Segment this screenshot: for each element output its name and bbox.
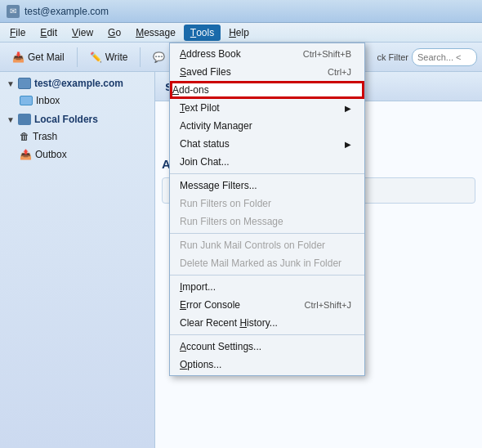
chat-status-label: Chat status — [180, 138, 230, 150]
menu-run-filters-folder: Run Filters on Folder — [170, 195, 364, 213]
local-folders-icon — [18, 114, 31, 125]
chat-icon: 💬 — [153, 52, 165, 63]
menu-help[interactable]: Help — [222, 25, 256, 41]
tools-menu: Address Book Ctrl+Shift+B Saved Files Ct… — [169, 43, 365, 376]
delete-junk-label: Delete Mail Marked as Junk in Folder — [180, 258, 341, 269]
menu-text-pilot[interactable]: Text Pilot ▶ — [170, 99, 364, 117]
get-mail-label: Get Mail — [28, 52, 65, 63]
menu-junk-controls: Run Junk Mail Controls on Folder — [170, 236, 364, 254]
trash-icon: 🗑 — [20, 131, 29, 142]
menu-message[interactable]: Message — [129, 25, 182, 41]
activity-manager-label: Activity Manager — [180, 120, 252, 132]
sidebar: ▼ test@example.com Inbox ▼ Local Folders… — [0, 72, 155, 448]
menu-view[interactable]: View — [65, 25, 100, 41]
menu-clear-history[interactable]: Clear Recent History... — [170, 314, 364, 332]
menu-addons[interactable]: Add-ons — [170, 81, 364, 99]
menu-bar: File Edit View Go Message Tools Help — [0, 23, 482, 43]
sidebar-trash-label: Trash — [33, 131, 57, 142]
sidebar-local-folders[interactable]: ▼ Local Folders — [0, 111, 154, 128]
account-icon — [18, 78, 31, 89]
sidebar-item-outbox[interactable]: 📤 Outbox — [0, 146, 154, 164]
run-filters-message-label: Run Filters on Message — [180, 216, 283, 227]
menu-error-console[interactable]: Error Console Ctrl+Shift+J — [170, 296, 364, 314]
saved-files-label: Saved Files — [180, 66, 231, 78]
menu-address-book[interactable]: Address Book Ctrl+Shift+B — [170, 45, 364, 63]
sidebar-local-folders-label: Local Folders — [34, 114, 98, 125]
run-filters-folder-label: Run Filters on Folder — [180, 198, 271, 209]
menu-tools[interactable]: Tools — [184, 25, 221, 41]
menu-activity-manager[interactable]: Activity Manager — [170, 117, 364, 135]
menu-run-filters-message: Run Filters on Message — [170, 213, 364, 231]
menu-message-filters[interactable]: Message Filters... — [170, 177, 364, 195]
menu-options[interactable]: Options... — [170, 356, 364, 374]
menu-sep-3 — [170, 275, 364, 276]
sidebar-inbox-label: Inbox — [36, 95, 60, 106]
clear-history-label: Clear Recent History... — [180, 317, 278, 329]
get-mail-icon: 📥 — [12, 52, 25, 63]
menu-chat-status[interactable]: Chat status ▶ — [170, 135, 364, 153]
address-book-shortcut: Ctrl+Shift+B — [303, 49, 351, 59]
search-input[interactable] — [412, 48, 477, 66]
window-title: test@example.com — [25, 6, 109, 17]
text-pilot-arrow: ▶ — [345, 104, 351, 113]
account-expand-icon: ▼ — [7, 79, 15, 88]
sidebar-item-inbox[interactable]: Inbox — [0, 92, 154, 110]
tools-dropdown: Address Book Ctrl+Shift+B Saved Files Ct… — [169, 43, 365, 376]
menu-account-settings[interactable]: Account Settings... — [170, 338, 364, 356]
junk-controls-label: Run Junk Mail Controls on Folder — [180, 240, 325, 251]
options-label: Options... — [180, 359, 221, 370]
menu-sep-4 — [170, 334, 364, 335]
sidebar-item-trash[interactable]: 🗑 Trash — [0, 128, 154, 146]
menu-sep-2 — [170, 233, 364, 234]
sidebar-outbox-label: Outbox — [35, 149, 67, 160]
write-icon: ✏️ — [90, 52, 102, 63]
message-filters-label: Message Filters... — [180, 180, 257, 191]
addons-label: Add-ons — [172, 84, 209, 96]
menu-file[interactable]: File — [3, 25, 32, 41]
text-pilot-label: Text Pilot — [180, 102, 220, 114]
address-book-label: Address Book — [180, 48, 241, 60]
menu-go[interactable]: Go — [101, 25, 127, 41]
menu-join-chat[interactable]: Join Chat... — [170, 153, 364, 171]
menu-delete-junk: Delete Mail Marked as Junk in Folder — [170, 254, 364, 272]
quick-filter-area: ck Filter — [377, 48, 478, 66]
write-label: Write — [105, 52, 128, 63]
error-console-label: Error Console — [180, 299, 240, 311]
quick-filter-label: ck Filter — [377, 52, 409, 62]
title-bar: ✉ test@example.com — [0, 0, 482, 23]
get-mail-button[interactable]: 📥 Get Mail — [5, 46, 72, 69]
write-button[interactable]: ✏️ Write — [83, 46, 136, 69]
menu-import[interactable]: Import... — [170, 278, 364, 296]
import-label: Import... — [180, 281, 216, 293]
chat-status-arrow: ▶ — [345, 140, 351, 149]
toolbar-separator-2 — [140, 47, 141, 67]
account-settings-label: Account Settings... — [180, 341, 261, 352]
join-chat-label: Join Chat... — [180, 156, 230, 168]
local-folders-expand-icon: ▼ — [7, 115, 15, 124]
saved-files-shortcut: Ctrl+J — [328, 67, 351, 77]
error-console-shortcut: Ctrl+Shift+J — [305, 300, 351, 310]
menu-saved-files[interactable]: Saved Files Ctrl+J — [170, 63, 364, 81]
inbox-icon — [20, 96, 33, 105]
main-window: ✉ test@example.com File Edit View Go Mes… — [0, 0, 482, 448]
menu-sep-1 — [170, 173, 364, 174]
app-icon: ✉ — [7, 5, 20, 18]
sidebar-account[interactable]: ▼ test@example.com — [0, 75, 154, 92]
menu-edit[interactable]: Edit — [33, 25, 64, 41]
outbox-icon: 📤 — [20, 149, 32, 160]
toolbar-separator-1 — [77, 47, 78, 67]
sidebar-account-label: test@example.com — [34, 78, 123, 89]
